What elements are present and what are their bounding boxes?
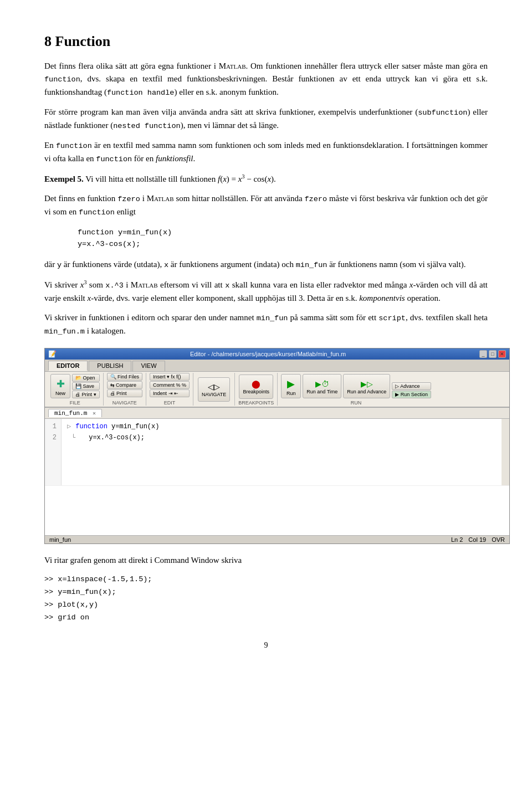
open-button[interactable]: 📂 Open <box>72 374 100 382</box>
run-time-icon: ▶⏱ <box>315 380 329 388</box>
editor-title-icon: 📝 <box>48 350 57 358</box>
example-paragraph: Exempel 5. Vi vill hitta ett nollställe … <box>44 172 488 186</box>
ribbon-edit-section: Insert ▾ fx f() Comment % % Indent ⇥ ⇤ E… <box>146 373 193 406</box>
navigate-label: NAVIGATE <box>112 400 137 406</box>
tab-view[interactable]: VIEW <box>132 361 165 371</box>
advance-runsection-group: ▷ Advance ▶ Run Section <box>392 382 431 398</box>
editor-scrollbar[interactable] <box>502 419 509 485</box>
maximize-btn[interactable]: □ <box>489 350 497 358</box>
paragraph-2: För större program kan man även vilja an… <box>44 106 488 132</box>
edit-label: EDIT <box>164 400 176 406</box>
code-y: y <box>57 261 62 269</box>
navigate-btn[interactable]: ◁▷ NAVIGATE <box>198 377 230 402</box>
code-editor-line-1-text: function y=min_fun(x) <box>75 421 159 432</box>
code-editor-line-2: └ y=x.^3-cos(x); <box>67 432 496 443</box>
paragraph-6: Vi skriver x3 som x.^3 i Matlab eftersom… <box>44 278 488 305</box>
fold-indicator-2: └ <box>71 432 75 443</box>
editor-statusbar: min_fun Ln 2 Col 19 OVR <box>45 535 509 543</box>
editor-code-area: 1 2 ▷ function y=min_fun(x) └ y=x.^3-cos… <box>45 419 509 485</box>
navigate-label-2: NAVIGATE <box>202 392 226 397</box>
cmd-line-1: >> x=linspace(-1.5,1.5); <box>44 573 488 586</box>
code-minfunm: min_fun.m <box>44 327 85 336</box>
code-line-2: y=x.^3-cos(x); <box>78 238 488 250</box>
editor-line-numbers: 1 2 <box>45 419 62 485</box>
page: 8 Function Det finns flera olika sätt at… <box>0 0 532 805</box>
code-block: function y=min_fun(x) y=x.^3-cos(x); <box>78 227 488 250</box>
cmd-block: >> x=linspace(-1.5,1.5); >> y=min_fun(x)… <box>44 573 488 624</box>
editor-filetab-row: min_fun.m ✕ <box>45 408 509 419</box>
ribbon-run-section: ▶ Run ▶⏱ Run and Time ▶▷ Run and Advance… <box>278 373 434 406</box>
new-label: New <box>55 391 65 396</box>
navigate2-btn: ◁▷ NAVIGATE <box>198 373 230 406</box>
tab-editor[interactable]: EDITOR <box>48 361 88 371</box>
code-function-4: function <box>79 208 115 217</box>
code-nested: nested function <box>113 122 181 130</box>
save-button[interactable]: 💾 Save <box>72 382 100 390</box>
editor-code-lines[interactable]: ▷ function y=min_fun(x) └ y=x.^3-cos(x); <box>62 419 502 485</box>
paragraph-4: Det finns en funktion fzero i Matlab som… <box>44 192 488 219</box>
run-time-label: Run and Time <box>306 389 337 394</box>
open-save-print-group: 📂 Open 💾 Save 🖨 Print ▾ <box>72 374 100 398</box>
code-x-2: x <box>225 281 229 290</box>
paragraph-1: Det finns flera olika sätt att göra egna… <box>44 60 488 99</box>
cmd-line-4: >> grid on <box>44 612 488 624</box>
editor-titlebar: 📝 Editor - /chalmers/users/jacques/kurse… <box>45 348 509 360</box>
run-time-button[interactable]: ▶⏱ Run and Time <box>303 374 341 398</box>
cmd-line-2: >> y=min_fun(x); <box>44 586 488 599</box>
code-fzero-2: fzero <box>304 195 327 203</box>
ribbon-navigate2-section: ◁▷ NAVIGATE <box>193 373 235 406</box>
compare-button[interactable]: ⇆ Compare <box>107 381 143 389</box>
after-editor-paragraph: Vi ritar grafen genom att direkt i Comma… <box>44 554 488 567</box>
run-advance-button[interactable]: ▶▷ Run and Advance <box>343 374 390 398</box>
ribbon-file-section: ✚ New 📂 Open 💾 Save 🖨 Print ▾ FILE <box>47 373 104 406</box>
breakpoints-icon: ⬤ <box>252 380 260 388</box>
run-buttons: ▶ Run ▶⏱ Run and Time ▶▷ Run and Advance… <box>281 373 431 400</box>
breakpoints-button[interactable]: ⬤ Breakpoints <box>239 375 273 399</box>
statusbar-ln: Ln 2 <box>451 536 463 543</box>
indent-button[interactable]: Indent ⇥ ⇤ <box>150 389 190 397</box>
run-section-button[interactable]: ▶ Run Section <box>392 391 431 398</box>
code-editor-line-2-text: y=x.^3-cos(x); <box>89 432 145 443</box>
fold-indicator-1: ▷ <box>67 421 71 432</box>
page-number: 9 <box>44 641 488 650</box>
close-btn[interactable]: ✕ <box>498 350 506 358</box>
paragraph-3: En function är en textfil med samma namn… <box>44 139 488 166</box>
new-button[interactable]: ✚ New <box>50 374 70 398</box>
print-nav-button[interactable]: 🖨 Print <box>107 389 143 397</box>
line-num-2: 2 <box>49 432 57 443</box>
insert-button[interactable]: Insert ▾ fx f() <box>150 373 190 381</box>
file-tab-close[interactable]: ✕ <box>93 411 96 417</box>
run-section-label: RUN <box>351 400 362 406</box>
code-function-1: function <box>44 75 80 84</box>
code-function-2: function <box>56 142 92 150</box>
statusbar-col: Col 19 <box>468 536 486 543</box>
editor-tab-row: EDITOR PUBLISH VIEW <box>45 360 509 372</box>
comment-button[interactable]: Comment % % <box>150 381 190 389</box>
navigate-buttons: 🔍 Find Files ⇆ Compare 🖨 Print <box>107 373 143 400</box>
tab-publish[interactable]: PUBLISH <box>89 361 131 371</box>
matlab-smallcaps-1: Matlab <box>219 61 246 70</box>
run-advance-label: Run and Advance <box>347 389 386 394</box>
advance-button[interactable]: ▷ Advance <box>392 382 431 390</box>
statusbar-mode: OVR <box>492 536 505 543</box>
code-fzero-1: fzero <box>117 195 140 203</box>
ribbon-navigate-section: 🔍 Find Files ⇆ Compare 🖨 Print NAVIGATE <box>104 373 147 406</box>
cmd-line-3: >> plot(x,y) <box>44 599 488 612</box>
find-files-button[interactable]: 🔍 Find Files <box>107 373 143 381</box>
matlab-smallcaps-3: Matlab <box>131 280 158 289</box>
kw-function: function <box>75 423 108 430</box>
editor-ribbon: ✚ New 📂 Open 💾 Save 🖨 Print ▾ FILE 🔍 Fin… <box>45 372 509 408</box>
matlab-smallcaps-2: Matlab <box>147 194 174 203</box>
run-label: Run <box>287 391 296 396</box>
paragraph-5: där y är funktionens värde (utdata), x ä… <box>44 258 488 271</box>
code-function-handle: function handle <box>107 89 175 97</box>
minimize-btn[interactable]: _ <box>479 350 487 358</box>
print-button[interactable]: 🖨 Print ▾ <box>72 391 100 398</box>
code-minfun-1: min_fun <box>296 261 328 269</box>
run-button[interactable]: ▶ Run <box>281 374 301 398</box>
editor-title-text: Editor - /chalmers/users/jacques/kurser/… <box>57 351 479 357</box>
code-x3: x.^3 <box>105 281 123 290</box>
breakpoints-btn: ⬤ Breakpoints <box>239 373 273 400</box>
navigate-icon: ◁▷ <box>208 382 220 391</box>
editor-file-tab[interactable]: min_fun.m ✕ <box>48 409 102 417</box>
